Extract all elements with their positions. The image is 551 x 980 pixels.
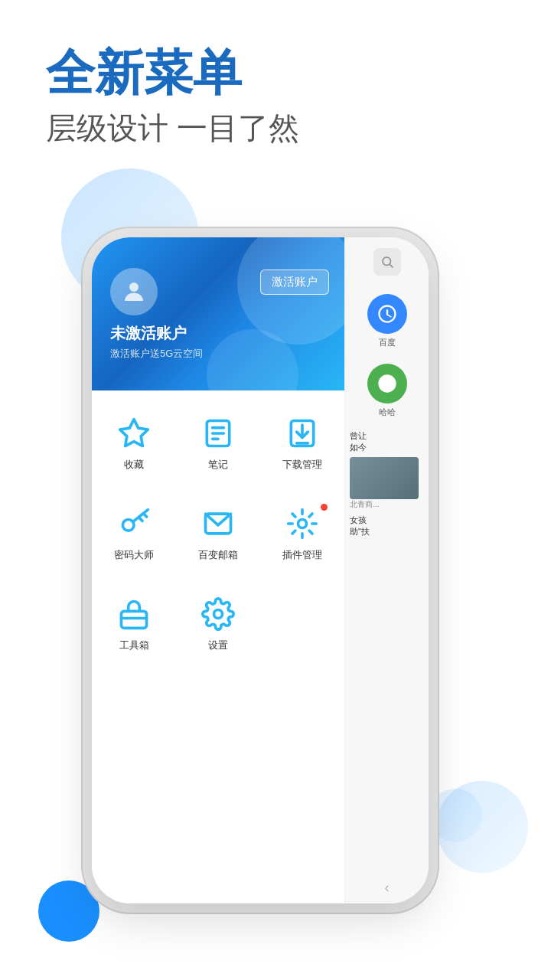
menu-item-empty (260, 585, 344, 663)
haha-label: 哈哈 (379, 407, 396, 418)
svg-marker-1 (120, 420, 148, 446)
profile-header: 未激活账户 激活账户送5G云空间 激活账户 (92, 237, 344, 390)
user-subtitle: 激活账户送5G云空间 (110, 347, 326, 361)
menu-item-password[interactable]: 密码大师 (92, 495, 176, 573)
toolbox-icon (116, 596, 152, 632)
favorites-label: 收藏 (124, 458, 144, 472)
news-section: 曾让如今 北青商... 女孩助"扶 (345, 426, 429, 872)
news-text-1: 曾让如今 (350, 430, 424, 454)
download-label: 下载管理 (282, 458, 322, 472)
menu-item-notes[interactable]: 笔记 (176, 404, 260, 482)
settings-label: 设置 (208, 639, 228, 652)
mail-label: 百变邮箱 (198, 548, 238, 562)
main-title: 全新菜单 (46, 46, 299, 100)
deco-circle-bottom-right-small (429, 789, 482, 842)
toolbox-label: 工具箱 (119, 639, 149, 652)
badge-dot (321, 504, 328, 511)
menu-row-2: 密码大师 百变邮箱 (92, 488, 344, 579)
search-icon[interactable] (373, 248, 401, 276)
deco-circle-blue (38, 880, 99, 942)
svg-point-14 (298, 520, 307, 528)
password-label: 密码大师 (114, 548, 154, 562)
mail-icon (200, 505, 236, 542)
svg-point-20 (378, 374, 396, 392)
menu-row-3: 工具箱 设置 (92, 579, 344, 669)
svg-point-22 (389, 381, 391, 383)
news-item-2[interactable]: 女孩助"扶 (350, 514, 424, 538)
sidebar-item-haha[interactable]: 哈哈 (345, 356, 429, 426)
menu-item-toolbox[interactable]: 工具箱 (92, 585, 176, 663)
note-icon (200, 415, 236, 452)
phone-inner: 未激活账户 激活账户送5G云空间 激活账户 收藏 (92, 237, 429, 903)
username: 未激活账户 (110, 323, 326, 344)
download-icon (284, 415, 321, 452)
avatar (110, 268, 158, 315)
sidebar-arrow[interactable]: ‹ (345, 872, 429, 903)
haha-icon (367, 364, 407, 403)
phone-mockup: 未激活账户 激活账户送5G云空间 激活账户 收藏 (92, 237, 429, 903)
baidu-label: 百度 (379, 337, 396, 348)
activate-button[interactable]: 激活账户 (260, 270, 329, 295)
star-icon (116, 415, 152, 452)
right-panel: 百度 哈哈 曾让如今 北青商... (344, 237, 429, 903)
svg-point-17 (214, 610, 223, 619)
svg-point-0 (129, 283, 139, 292)
plugin-icon (284, 505, 321, 542)
menu-grid: 收藏 笔记 (92, 390, 344, 903)
svg-line-11 (144, 514, 147, 517)
menu-item-download[interactable]: 下载管理 (260, 404, 344, 482)
svg-line-12 (139, 518, 142, 521)
menu-row-1: 收藏 笔记 (92, 398, 344, 488)
news-source-1: 北青商... (350, 499, 424, 510)
menu-item-favorites[interactable]: 收藏 (92, 404, 176, 482)
baidu-icon (367, 294, 407, 334)
menu-item-settings[interactable]: 设置 (176, 585, 260, 663)
svg-line-19 (390, 264, 393, 267)
sidebar-item-baidu[interactable]: 百度 (345, 286, 429, 356)
sub-title: 层级设计 一目了然 (46, 107, 299, 149)
key-icon (116, 505, 152, 542)
news-text-2: 女孩助"扶 (350, 514, 424, 538)
svg-point-21 (383, 381, 386, 383)
menu-item-plugin[interactable]: 插件管理 (260, 495, 344, 573)
menu-item-mail[interactable]: 百变邮箱 (176, 495, 260, 573)
news-item-1[interactable]: 曾让如今 北青商... (350, 430, 424, 510)
settings-icon (200, 596, 236, 632)
news-image-1 (350, 457, 419, 499)
plugin-label: 插件管理 (282, 548, 322, 562)
notes-label: 笔记 (208, 458, 228, 472)
svg-point-18 (383, 257, 391, 266)
menu-panel: 未激活账户 激活账户送5G云空间 激活账户 收藏 (92, 237, 344, 903)
search-bar-mini[interactable] (345, 237, 429, 286)
header-section: 全新菜单 层级设计 一目了然 (46, 46, 299, 149)
